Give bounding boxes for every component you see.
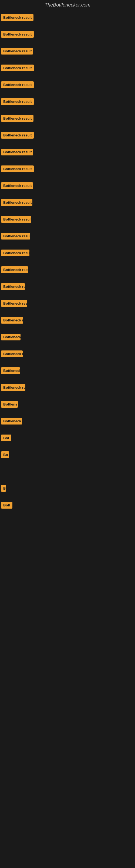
bottleneck-row xyxy=(0,564,135,581)
bottleneck-row xyxy=(0,463,135,480)
bottleneck-result-badge[interactable]: Bottleneck result xyxy=(1,233,30,240)
bottleneck-row: Bottleneck result xyxy=(0,144,135,160)
bottleneck-result-badge[interactable]: Bottleneck result xyxy=(1,65,34,71)
bottleneck-row: Bottleneck res xyxy=(0,379,135,396)
bottleneck-row: Bot xyxy=(0,429,135,446)
bottleneck-row: Bottlens xyxy=(0,396,135,412)
bottleneck-row xyxy=(0,699,135,715)
bottleneck-row: Bottleneck result xyxy=(0,127,135,144)
bottleneck-row: Bottleneck result xyxy=(0,26,135,42)
bottleneck-result-badge[interactable]: Bottleneck result xyxy=(1,300,27,307)
bottleneck-row: Bo xyxy=(0,446,135,463)
bottleneck-row xyxy=(0,530,135,547)
bottleneck-result-badge[interactable]: Bo xyxy=(1,452,9,458)
bottleneck-result-badge[interactable]: Bottleneck r xyxy=(1,418,22,425)
site-title: TheBottlenecker.com xyxy=(0,0,135,9)
bottleneck-result-badge[interactable]: Bottleneck xyxy=(1,334,20,340)
bottleneck-result-badge[interactable]: Bottleneck result xyxy=(1,115,34,122)
bottleneck-row xyxy=(0,648,135,665)
bottleneck-row: Bottleneck re xyxy=(0,278,135,295)
bottleneck-row: Bott xyxy=(0,497,135,514)
bottleneck-row: Bottleneck result xyxy=(0,42,135,59)
bottleneck-row: Bottleneck result xyxy=(0,295,135,312)
bottleneck-row: B xyxy=(0,480,135,497)
bottleneck-result-badge[interactable]: Bottleneck result xyxy=(1,182,33,189)
bottleneck-row: Bottleneck result xyxy=(0,211,135,227)
bottleneck-row: Bottleneck result xyxy=(0,244,135,261)
bottleneck-row xyxy=(0,514,135,530)
bottleneck-row: Bottleneck r xyxy=(0,345,135,362)
bottleneck-result-badge[interactable]: Bottleneck res xyxy=(1,384,26,391)
bottleneck-result-badge[interactable]: Bottleneck result xyxy=(1,82,34,88)
bottleneck-row xyxy=(0,682,135,699)
bottleneck-row: Bottleneck xyxy=(0,362,135,379)
bottleneck-row: Bottleneck result xyxy=(0,59,135,76)
bottleneck-row: Bottleneck result xyxy=(0,110,135,127)
bottleneck-row: Bottleneck result xyxy=(0,76,135,93)
bottleneck-row xyxy=(0,581,135,597)
bottleneck-result-badge[interactable]: Bott xyxy=(1,502,12,508)
bottleneck-result-badge[interactable]: Bottleneck xyxy=(1,367,20,374)
bottleneck-result-badge[interactable]: Bottleneck result xyxy=(1,31,34,38)
bottleneck-result-badge[interactable]: Bottlens xyxy=(1,401,18,408)
bottleneck-row xyxy=(0,547,135,564)
bottleneck-result-badge[interactable]: Bottleneck r xyxy=(1,317,23,323)
bottleneck-row: Bottleneck result xyxy=(0,261,135,278)
bottleneck-result-badge[interactable]: Bottleneck result xyxy=(1,199,32,206)
bottleneck-result-badge[interactable]: Bottleneck result xyxy=(1,132,34,138)
bottleneck-result-badge[interactable]: Bottleneck result xyxy=(1,98,34,105)
bottleneck-result-badge[interactable]: Bottleneck r xyxy=(1,350,23,357)
bottleneck-row xyxy=(0,631,135,648)
bottleneck-result-badge[interactable]: Bottleneck result xyxy=(1,149,33,155)
bottleneck-row xyxy=(0,665,135,682)
bottleneck-result-badge[interactable]: Bottleneck result xyxy=(1,216,31,223)
bottleneck-result-badge[interactable]: Bot xyxy=(1,435,11,441)
bottleneck-row: Bottleneck r xyxy=(0,412,135,429)
bottleneck-row: Bottleneck result xyxy=(0,160,135,177)
bottleneck-result-badge[interactable]: B xyxy=(1,485,6,492)
bottleneck-row: Bottleneck r xyxy=(0,312,135,329)
bottleneck-row: Bottleneck result xyxy=(0,9,135,26)
bottleneck-result-badge[interactable]: Bottleneck result xyxy=(1,165,34,172)
bottleneck-row xyxy=(0,614,135,631)
bottleneck-row: Bottleneck result xyxy=(0,93,135,110)
bottleneck-result-badge[interactable]: Bottleneck result xyxy=(1,48,33,55)
bottleneck-row: Bottleneck xyxy=(0,329,135,345)
bottleneck-result-badge[interactable]: Bottleneck result xyxy=(1,267,28,273)
bottleneck-result-badge[interactable]: Bottleneck result xyxy=(1,14,34,21)
bottleneck-row: Bottleneck result xyxy=(0,227,135,244)
bottleneck-result-badge[interactable]: Bottleneck result xyxy=(1,250,30,256)
bottleneck-result-badge[interactable]: Bottleneck re xyxy=(1,283,25,290)
bottleneck-row xyxy=(0,597,135,614)
bottleneck-row: Bottleneck result xyxy=(0,194,135,211)
bottleneck-row: Bottleneck result xyxy=(0,177,135,194)
